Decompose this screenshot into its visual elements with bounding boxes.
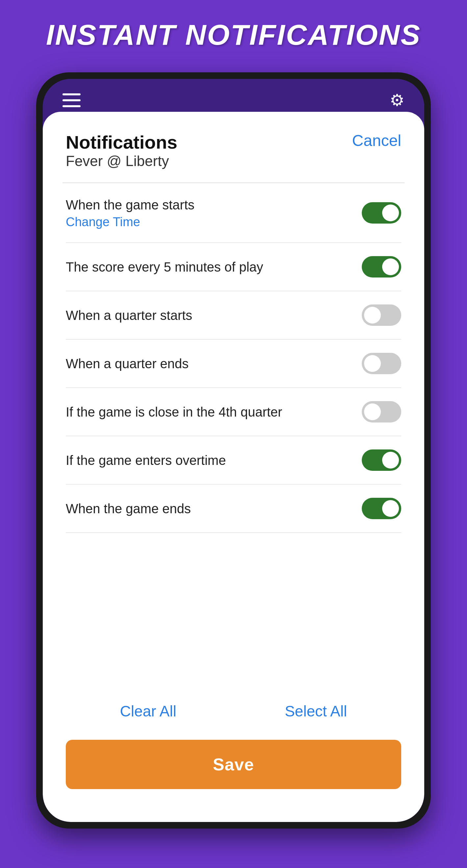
toggle-score-5min[interactable] xyxy=(362,256,401,278)
modal-header: Notifications Fever @ Liberty Cancel xyxy=(66,131,401,179)
clear-all-button[interactable]: Clear All xyxy=(107,696,189,726)
phone-frame: ⚙ Notifications Fever @ Liberty Cancel xyxy=(36,72,431,829)
notif-label-quarter-starts: When a quarter starts xyxy=(66,308,192,322)
notif-row-quarter-ends: When a quarter ends xyxy=(66,340,401,388)
toggle-game-ends[interactable] xyxy=(362,498,401,519)
notif-row-content: When a quarter ends xyxy=(66,355,352,372)
select-all-button[interactable]: Select All xyxy=(272,696,360,726)
page-title: INSTANT NOTIFICATIONS xyxy=(0,18,467,52)
action-buttons-row: Clear All Select All xyxy=(66,696,401,726)
change-time-link[interactable]: Change Time xyxy=(66,215,352,229)
filter-icon[interactable]: ⚙ xyxy=(390,91,405,110)
toggle-knob xyxy=(364,307,381,323)
modal-sheet: Notifications Fever @ Liberty Cancel Whe… xyxy=(43,112,424,822)
notif-row-content: If the game is close in the 4th quarter xyxy=(66,403,352,421)
phone-screen: ⚙ Notifications Fever @ Liberty Cancel xyxy=(43,79,424,822)
modal-subtitle: Fever @ Liberty xyxy=(66,153,177,169)
notif-label-close-4th: If the game is close in the 4th quarter xyxy=(66,405,282,419)
toggle-knob xyxy=(382,452,399,468)
toggle-close-4th[interactable] xyxy=(362,401,401,423)
toggle-knob xyxy=(364,355,381,372)
modal-title: Notifications xyxy=(66,131,177,153)
notif-row-content: When a quarter starts xyxy=(66,307,352,324)
toggle-knob xyxy=(382,500,399,517)
toggle-overtime[interactable] xyxy=(362,450,401,471)
toggle-knob xyxy=(382,258,399,275)
bottom-actions: Clear All Select All Save xyxy=(43,696,424,789)
toggle-knob xyxy=(364,403,381,420)
notif-row-overtime: If the game enters overtime xyxy=(66,436,401,485)
toggle-knob xyxy=(382,205,399,221)
notif-label-game-starts: When the game starts xyxy=(66,197,194,212)
notif-label-score-5min: The score every 5 minutes of play xyxy=(66,260,263,274)
toggle-quarter-starts[interactable] xyxy=(362,305,401,326)
notif-label-overtime: If the game enters overtime xyxy=(66,453,226,468)
notif-row-content: If the game enters overtime xyxy=(66,452,352,469)
save-button[interactable]: Save xyxy=(66,740,401,789)
toggle-game-starts[interactable] xyxy=(362,202,401,224)
notif-row-content: When the game ends xyxy=(66,500,352,517)
cancel-button[interactable]: Cancel xyxy=(352,131,401,150)
notif-row-game-ends: When the game ends xyxy=(66,485,401,533)
notif-label-quarter-ends: When a quarter ends xyxy=(66,356,189,371)
notif-label-game-ends: When the game ends xyxy=(66,501,191,516)
notif-row-score-5min: The score every 5 minutes of play xyxy=(66,243,401,291)
notif-row-close-4th: If the game is close in the 4th quarter xyxy=(66,388,401,436)
notif-row-quarter-starts: When a quarter starts xyxy=(66,291,401,340)
modal-content: Notifications Fever @ Liberty Cancel Whe… xyxy=(66,131,401,799)
hamburger-icon[interactable] xyxy=(62,93,81,107)
modal-title-block: Notifications Fever @ Liberty xyxy=(66,131,177,179)
toggle-quarter-ends[interactable] xyxy=(362,353,401,374)
notif-row-game-starts: When the game starts Change Time xyxy=(66,183,401,243)
notif-row-content: The score every 5 minutes of play xyxy=(66,258,352,276)
notif-row-content: When the game starts Change Time xyxy=(66,196,352,229)
